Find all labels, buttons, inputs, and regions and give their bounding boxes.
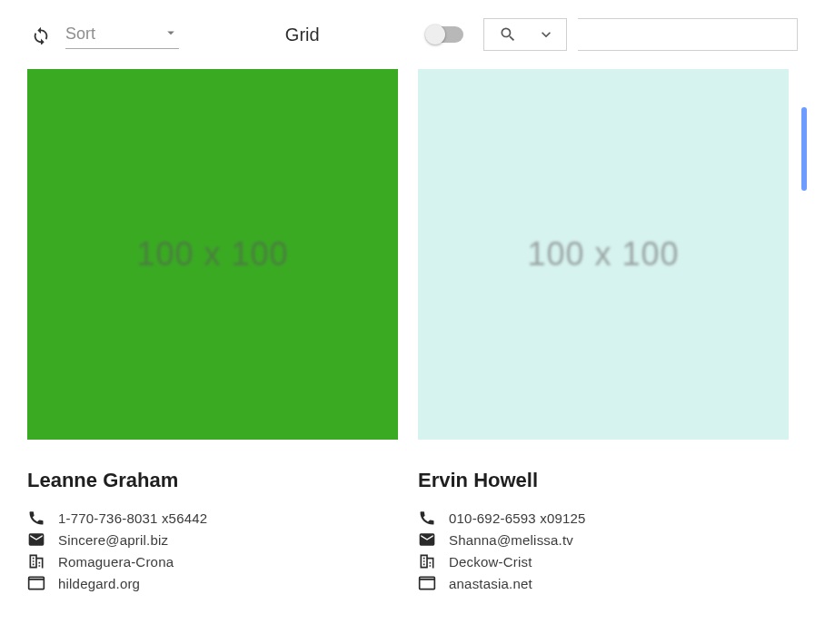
phone-row: 010-692-6593 x09125 — [418, 509, 789, 527]
mail-icon — [27, 530, 45, 549]
website-row: anastasia.net — [418, 574, 789, 592]
toolbar: Sort Grid — [0, 0, 825, 69]
company-value: Deckow-Crist — [449, 554, 532, 570]
grid-label: Grid — [285, 25, 320, 45]
sort-select[interactable]: Sort — [65, 21, 179, 49]
refresh-icon — [31, 25, 51, 45]
mail-icon — [418, 530, 436, 549]
company-value: Romaguera-Crona — [58, 554, 174, 570]
search-icon — [499, 25, 517, 44]
email-row: Sincere@april.biz — [27, 530, 398, 549]
scrollbar-thumb[interactable] — [801, 107, 807, 191]
contact-name: Ervin Howell — [418, 469, 789, 492]
company-row: Deckow-Crist — [418, 552, 789, 570]
search-field-dropdown[interactable] — [483, 18, 567, 51]
search-input[interactable] — [578, 18, 798, 51]
email-value: Sincere@april.biz — [58, 532, 168, 548]
phone-row: 1-770-736-8031 x56442 — [27, 509, 398, 527]
website-icon — [418, 574, 436, 592]
placeholder-dim-text: 100 x 100 — [136, 235, 288, 273]
chevron-down-icon — [537, 25, 555, 44]
phone-icon — [27, 509, 45, 527]
company-icon — [27, 552, 45, 570]
email-value: Shanna@melissa.tv — [449, 532, 573, 548]
card-image-placeholder: 100 x 100 — [418, 69, 789, 440]
website-row: hildegard.org — [27, 574, 398, 592]
phone-value: 010-692-6593 x09125 — [449, 510, 586, 526]
company-icon — [418, 552, 436, 570]
contact-name: Leanne Graham — [27, 469, 398, 492]
sort-placeholder: Sort — [65, 25, 163, 44]
phone-value: 1-770-736-8031 x56442 — [58, 510, 207, 526]
website-value: hildegard.org — [58, 576, 140, 591]
placeholder-dim-text: 100 x 100 — [527, 235, 679, 273]
card-image-placeholder: 100 x 100 — [27, 69, 398, 440]
phone-icon — [418, 509, 436, 527]
company-row: Romaguera-Crona — [27, 552, 398, 570]
toggle-knob — [425, 25, 445, 45]
refresh-button[interactable] — [27, 21, 55, 48]
contact-card[interactable]: 100 x 100 Leanne Graham 1-770-736-8031 x… — [27, 69, 398, 596]
website-value: anastasia.net — [449, 576, 532, 591]
contact-card[interactable]: 100 x 100 Ervin Howell 010-692-6593 x091… — [418, 69, 789, 596]
card-grid: 100 x 100 Leanne Graham 1-770-736-8031 x… — [0, 69, 825, 596]
grid-toggle[interactable] — [426, 26, 463, 43]
website-icon — [27, 574, 45, 592]
caret-down-icon — [163, 25, 179, 45]
email-row: Shanna@melissa.tv — [418, 530, 789, 549]
